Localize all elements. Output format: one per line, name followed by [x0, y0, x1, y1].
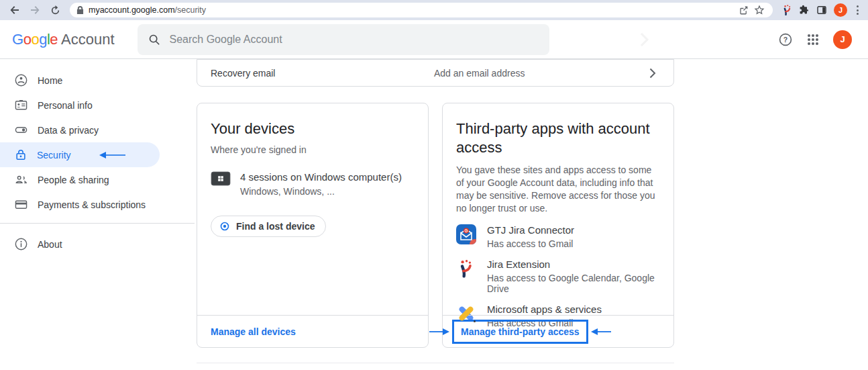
bookmark-star-icon[interactable] — [751, 3, 767, 17]
browser-back-button[interactable] — [7, 2, 23, 18]
third-party-card-footer: Manage third-party access — [443, 315, 673, 347]
devices-card-footer: Manage all devices — [197, 315, 428, 347]
annotation-arrow-left — [429, 328, 450, 336]
device-session-row[interactable]: 4 sessions on Windows computer(s) Window… — [211, 171, 415, 197]
next-card-top-edge — [197, 363, 674, 363]
svg-text:?: ? — [783, 35, 788, 43]
search-icon — [148, 34, 160, 46]
session-title: 4 sessions on Windows computer(s) — [240, 171, 402, 183]
extensions-puzzle-icon[interactable] — [799, 5, 810, 15]
chevron-right-icon — [649, 68, 656, 79]
info-icon — [15, 238, 28, 250]
search-placeholder: Search Google Account — [170, 34, 282, 46]
home-icon — [15, 74, 28, 87]
annotation-arrow-security — [99, 151, 125, 159]
gtj-jira-connector-icon: G — [456, 224, 476, 244]
id-card-icon — [15, 99, 28, 111]
jira-extension-icon — [456, 259, 476, 279]
jira-extension-toolbar-icon[interactable] — [782, 5, 792, 15]
side-panel-icon[interactable] — [816, 5, 827, 15]
svg-text:G: G — [464, 228, 468, 233]
sidebar-item-home[interactable]: Home — [0, 68, 195, 93]
share-icon[interactable] — [735, 3, 751, 17]
devices-card-title: Your devices — [211, 120, 415, 138]
sidebar-item-payments[interactable]: Payments & subscriptions — [0, 192, 195, 217]
sidebar-item-about[interactable]: About — [0, 232, 195, 257]
google-apps-grid-icon[interactable] — [808, 34, 818, 45]
your-devices-card: Your devices Where you're signed in 4 se… — [197, 103, 429, 348]
sidebar-item-personal-info[interactable]: Personal info — [0, 93, 195, 118]
sidebar-divider — [0, 223, 195, 224]
windows-computer-icon — [211, 171, 231, 186]
lock-icon — [15, 148, 27, 161]
recovery-email-row[interactable]: Recovery email Add an email address — [197, 59, 674, 87]
recovery-email-value: Add an email address — [434, 68, 649, 79]
session-subtitle: Windows, Windows, ... — [240, 186, 402, 197]
browser-menu-icon[interactable] — [854, 5, 861, 15]
third-party-card-description: You gave these sites and apps access to … — [456, 164, 660, 215]
browser-profile-avatar[interactable]: J — [834, 3, 847, 17]
manage-all-devices-link[interactable]: Manage all devices — [211, 326, 296, 337]
people-icon — [15, 173, 28, 186]
help-icon[interactable]: ? — [778, 32, 793, 47]
app-row-gtj-jira-connector[interactable]: G GTJ Jira Connector Has access to Gmail — [456, 224, 660, 249]
search-input[interactable]: Search Google Account — [138, 24, 549, 55]
find-lost-device-button[interactable]: Find a lost device — [211, 216, 326, 237]
address-bar[interactable]: myaccount.google.com/security — [70, 3, 773, 17]
manage-third-party-access-link[interactable]: Manage third-party access — [461, 326, 580, 337]
annotation-arrow-right — [590, 328, 611, 336]
devices-card-subtitle: Where you're signed in — [211, 144, 415, 155]
app-row-jira-extension[interactable]: Jira Extension Has access to Google Cale… — [456, 259, 660, 294]
toggle-icon — [15, 124, 28, 136]
main-content: Recovery email Add an email address Your… — [195, 59, 868, 369]
sidebar-item-security[interactable]: Security — [0, 142, 160, 167]
annotation-box: Manage third-party access — [452, 320, 588, 344]
app-header: GoogleAccount Search Google Account ? J — [0, 20, 868, 59]
credit-card-icon — [15, 198, 28, 211]
browser-forward-button[interactable] — [27, 2, 43, 18]
ghost-chevron-icon — [639, 32, 649, 48]
third-party-apps-card: Third-party apps with account access You… — [442, 103, 674, 348]
account-avatar[interactable]: J — [833, 30, 852, 49]
url-text: myaccount.google.com/security — [89, 5, 735, 15]
sidebar-item-data-privacy[interactable]: Data & privacy — [0, 118, 195, 142]
recovery-email-label: Recovery email — [211, 68, 434, 79]
sidebar-item-people-sharing[interactable]: People & sharing — [0, 167, 195, 192]
third-party-card-title: Third-party apps with account access — [456, 120, 657, 157]
browser-reload-button[interactable] — [47, 2, 63, 18]
my-location-icon — [219, 221, 230, 232]
google-account-logo[interactable]: GoogleAccount — [12, 31, 115, 48]
browser-toolbar: myaccount.google.com/security J — [0, 0, 868, 20]
lock-icon — [76, 6, 84, 15]
sidebar-nav: Home Personal info Data & privacy Securi… — [0, 59, 195, 369]
